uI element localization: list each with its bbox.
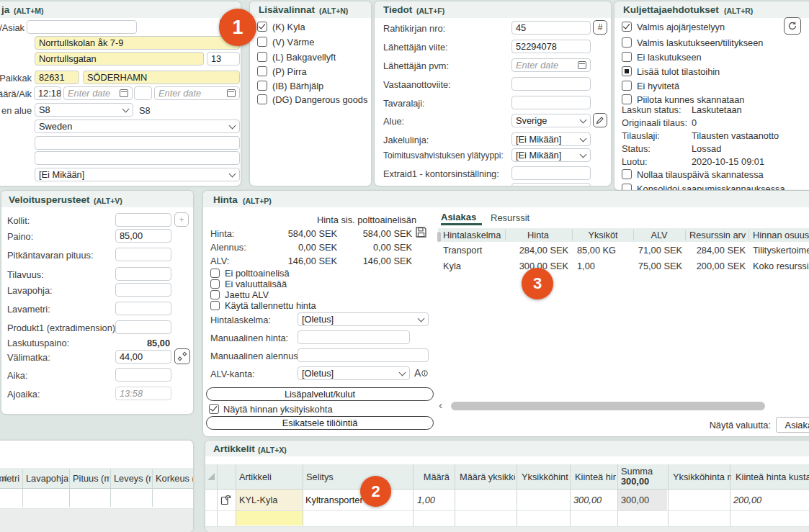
distance-input[interactable]: 44,00 xyxy=(115,350,171,364)
packages-input[interactable] xyxy=(115,213,171,227)
checkbox-barhjalp[interactable] xyxy=(257,81,267,91)
time-input[interactable]: 12:18 xyxy=(34,86,61,100)
row-action-button[interactable] xyxy=(220,494,232,508)
goods-type-input[interactable] xyxy=(511,96,591,109)
sender-date-input[interactable]: Enter date xyxy=(511,58,591,72)
checkbox-ready-invoicing[interactable] xyxy=(622,37,632,48)
show-currency-select[interactable]: Asiakas xyxy=(776,417,809,433)
zone-select[interactable]: S8 xyxy=(35,103,133,117)
receiver-ref-input[interactable] xyxy=(511,77,591,91)
price-col-alv[interactable]: ALV xyxy=(634,228,684,242)
scroll-left-arrow[interactable]: ‹ xyxy=(439,399,442,411)
preview-posting-button[interactable]: Esikatsele tiliöintiä xyxy=(206,416,434,430)
price-col-hinta[interactable]: Hinta xyxy=(506,228,571,242)
price-row2-alv[interactable]: 75,00 SEK xyxy=(634,259,684,273)
confirmation-type-select[interactable]: [Ei Mikään] xyxy=(511,148,591,162)
horizontal-scrollbar-thumb[interactable] xyxy=(451,402,765,410)
city-input[interactable]: SÖDERHAMN xyxy=(83,71,240,84)
checkbox-pirra[interactable] xyxy=(257,66,267,76)
articles-col-summa[interactable]: Summa 300,00 xyxy=(621,466,667,487)
add-package-button[interactable]: + xyxy=(174,212,189,227)
article-fixed-price-value[interactable]: 300,00 xyxy=(573,495,602,505)
weight-input[interactable]: 85,00 xyxy=(115,229,171,243)
name-input[interactable]: Norrtullskolan åk 7-9 xyxy=(35,36,240,50)
checkbox-hide-until-scanned[interactable] xyxy=(622,94,632,104)
vertical-scrollbar-thumb[interactable] xyxy=(437,232,441,242)
dims-col-korkeus[interactable]: Korkeus ( xyxy=(153,472,193,484)
manual-price-input[interactable] xyxy=(298,330,410,344)
manual-discount-input[interactable] xyxy=(298,348,429,362)
articles-col-kiintea-hinta[interactable]: Kiinteä hinta xyxy=(573,470,616,483)
checkbox-kyla[interactable] xyxy=(257,22,267,32)
produkt1-input[interactable] xyxy=(115,320,171,334)
articles-col-maara-yksikko[interactable]: Määrä yksikkö xyxy=(457,470,515,483)
price-col-hinnan-osuus[interactable]: Hinnan osuus r xyxy=(751,228,809,242)
dims-col-lavapohja[interactable]: Lavapohja xyxy=(24,472,68,484)
country-select[interactable]: Sweden xyxy=(35,120,240,133)
pallet-base-input[interactable] xyxy=(115,283,171,297)
drive-time-input[interactable]: 13:58 xyxy=(115,387,171,400)
articles-col-kiintea-kustannus[interactable]: Kiinteä hinta kustan xyxy=(733,470,809,483)
pallet-meter-input[interactable] xyxy=(115,302,171,315)
checkbox-no-credit[interactable] xyxy=(622,81,632,91)
address-extra-input-1[interactable] xyxy=(35,136,240,150)
vat-info-icon[interactable]: A xyxy=(414,367,428,379)
new-article-cell[interactable] xyxy=(236,511,303,526)
long-goods-input[interactable] xyxy=(115,248,171,261)
calendar-icon[interactable] xyxy=(227,89,236,97)
volume-input[interactable] xyxy=(115,267,171,281)
extra-services-button[interactable]: Lisäpalvelut/kulut xyxy=(206,387,434,401)
checkbox-bakgavellyft[interactable] xyxy=(257,52,267,62)
article-qty-value[interactable]: 1,00 xyxy=(417,495,435,505)
article-fixed-cost-value[interactable]: 200,00 xyxy=(733,495,761,505)
area-select[interactable]: Sverige xyxy=(511,114,591,127)
checkbox-dangerous-goods[interactable] xyxy=(257,94,267,104)
zip-input[interactable]: 82631 xyxy=(35,71,79,84)
distribution-line-select[interactable]: [Ei Mikään] xyxy=(511,132,591,146)
price-row2-osuus[interactable]: Koko resurssia xyxy=(751,259,809,273)
distance-calc-button[interactable] xyxy=(174,348,190,364)
checkbox-no-invoicing[interactable] xyxy=(622,52,632,62)
checkbox-varme[interactable] xyxy=(257,37,267,47)
save-price-button[interactable] xyxy=(414,225,428,241)
price-row1-hinta[interactable]: 284,00 SEK xyxy=(506,243,571,257)
date-input-1[interactable]: Enter date xyxy=(63,86,133,100)
price-row1-yksikot[interactable]: 85,00 KG xyxy=(575,243,633,257)
refresh-button[interactable] xyxy=(784,17,801,35)
checkbox-show-price-details[interactable] xyxy=(209,404,219,414)
checkbox-split-vat[interactable] xyxy=(210,290,220,299)
checkbox-no-currency-surcharge[interactable] xyxy=(210,279,220,289)
price-row1-alv[interactable]: 71,00 SEK xyxy=(634,243,684,257)
articles-col-selitys[interactable]: Selitys xyxy=(304,470,411,483)
street-input[interactable]: Norrtullsgatan xyxy=(35,52,204,66)
articles-col-yksikkohinta[interactable]: Yksikköhinta xyxy=(519,470,568,483)
tab-resurssit[interactable]: Resurssit xyxy=(491,212,529,223)
date-input-2[interactable]: Enter date xyxy=(154,86,240,100)
checkbox-use-saved-price[interactable] xyxy=(210,301,220,310)
price-row2-name[interactable]: Kyla xyxy=(441,259,503,273)
price-row1-resurssin[interactable]: 284,00 SEK xyxy=(686,243,748,257)
checkbox-consolidate[interactable] xyxy=(622,184,632,190)
price-row2-yksikot[interactable]: 1,00 xyxy=(575,259,633,273)
area-edit-button[interactable] xyxy=(593,113,607,127)
waybill-hash-button[interactable]: # xyxy=(593,20,607,35)
address-extra-input-2[interactable] xyxy=(35,151,240,165)
checkbox-add-statistics[interactable] xyxy=(622,66,632,76)
price-calc-select[interactable]: [Oletus] xyxy=(298,312,429,326)
price-row2-resurssin[interactable]: 200,00 SEK xyxy=(686,259,748,273)
checkbox-ready-dispatch[interactable] xyxy=(622,22,632,32)
articles-col-maara[interactable]: Määrä xyxy=(419,470,452,483)
price-row1-name[interactable]: Transport xyxy=(441,243,503,257)
extraid1-input[interactable] xyxy=(511,166,591,180)
articles-col-yksikkohinta-n[interactable]: Yksikköhinta n xyxy=(671,470,731,483)
time-input-2[interactable] xyxy=(134,86,152,100)
checkbox-reset-order-date[interactable] xyxy=(622,169,632,179)
vat-base-select[interactable]: [Oletus] xyxy=(298,366,410,380)
price-row1-osuus[interactable]: Tilityskertoime xyxy=(751,243,809,257)
price-col-hintalaskelma[interactable]: Hintalaskelma xyxy=(441,228,503,242)
dims-col-leveys[interactable]: Leveys (m xyxy=(112,472,151,484)
articles-col-artikkeli[interactable]: Artikkeli xyxy=(237,470,300,483)
address-none-select[interactable]: [Ei Mikään] xyxy=(35,168,240,181)
checkbox-no-fuel-surcharge[interactable] xyxy=(210,269,220,278)
waybill-number-input[interactable]: 45 xyxy=(511,21,591,35)
